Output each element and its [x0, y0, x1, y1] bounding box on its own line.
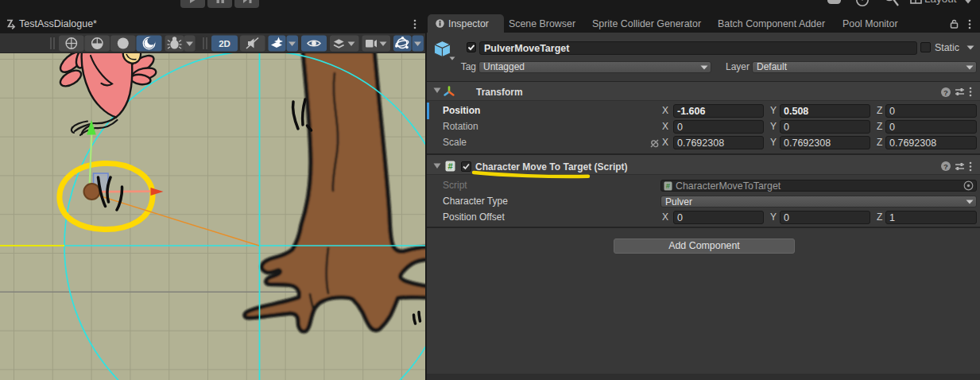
svg-text:?: ?	[943, 87, 948, 96]
svg-text:?: ?	[943, 162, 948, 171]
svg-text:2D: 2D	[219, 39, 230, 48]
svg-text:#: #	[666, 181, 671, 190]
svg-text:#: #	[447, 161, 452, 171]
